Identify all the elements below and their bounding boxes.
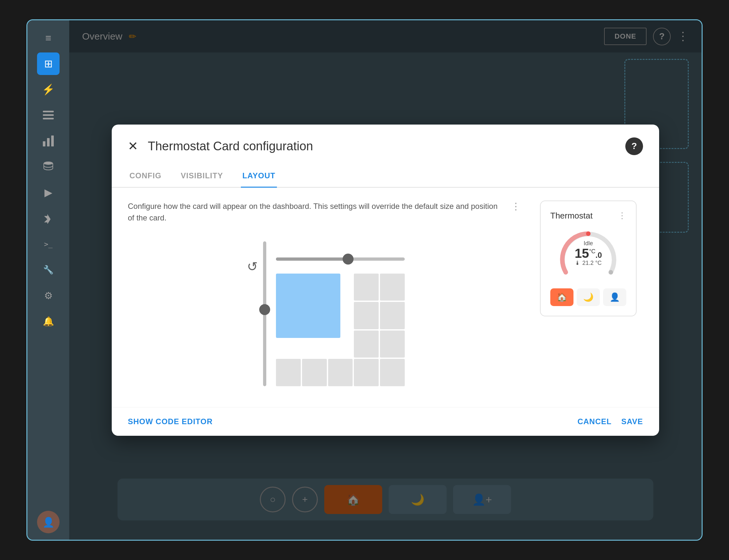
grid-cell	[276, 359, 301, 386]
user-avatar[interactable]: 👤	[37, 511, 60, 533]
config-description: Configure how the card will appear on th…	[128, 201, 505, 224]
grid-cell	[380, 302, 405, 329]
tab-layout[interactable]: LAYOUT	[241, 165, 277, 188]
gauge-center-text: Idle 15°C.0 🌡 21.2 °C	[575, 240, 602, 266]
cancel-button[interactable]: CANCEL	[577, 417, 612, 426]
sidebar-item-chart[interactable]	[37, 130, 60, 152]
svg-rect-0	[43, 111, 54, 112]
svg-point-6	[44, 162, 53, 165]
svg-point-7	[586, 231, 591, 236]
main-area: Overview ✏ DONE ? ⋮ ○ + 🏠 🌙 👤+	[69, 20, 702, 540]
thermostat-sleep-button[interactable]: 🌙	[577, 288, 600, 306]
sidebar-item-terminal[interactable]: >_	[37, 233, 60, 255]
grid-cell	[302, 359, 327, 386]
sidebar-item-notifications[interactable]: 🔔	[37, 310, 60, 332]
svg-point-8	[609, 270, 613, 275]
gauge-current-temp: 🌡 21.2 °C	[575, 259, 602, 266]
gauge-status: Idle	[575, 240, 602, 247]
svg-rect-5	[51, 135, 54, 146]
sidebar-item-list[interactable]	[37, 104, 60, 126]
grid-cell	[354, 302, 379, 329]
sidebar-item-database[interactable]	[37, 155, 60, 178]
thermostat-card-header: Thermostat ⋮	[550, 211, 626, 221]
modal-title: Thermostat Card configuration	[148, 139, 313, 153]
modal-footer: SHOW CODE EDITOR CANCEL SAVE	[112, 407, 659, 436]
sidebar-item-menu[interactable]: ≡	[37, 27, 60, 49]
thermostat-config-modal: ✕ Thermostat Card configuration ? CONFIG…	[112, 125, 659, 436]
svg-rect-3	[43, 141, 45, 146]
show-code-editor-button[interactable]: SHOW CODE EDITOR	[128, 417, 213, 426]
thermostat-card-title: Thermostat	[550, 211, 593, 221]
height-slider-thumb[interactable]	[259, 304, 270, 315]
grid-cell	[380, 359, 405, 386]
gauge-temp: 15°C.0	[575, 246, 602, 260]
grid-cell	[354, 359, 379, 386]
width-slider-thumb[interactable]	[342, 254, 353, 265]
sidebar-item-dashboard[interactable]: ⊞	[37, 52, 60, 75]
close-modal-button[interactable]: ✕	[128, 140, 138, 152]
modal-overlay: ✕ Thermostat Card configuration ? CONFIG…	[69, 20, 702, 540]
thermostat-preview-card: Thermostat ⋮	[540, 201, 637, 316]
thermostat-person-button[interactable]: 👤	[603, 288, 626, 306]
right-panel: Thermostat ⋮	[540, 201, 643, 394]
thermostat-home-button[interactable]: 🏠	[550, 288, 574, 306]
width-slider-fill	[276, 257, 347, 261]
config-desc-row: Configure how the card will appear on th…	[128, 201, 521, 224]
selected-card-overlay	[276, 274, 340, 338]
thermostat-more-icon[interactable]: ⋮	[618, 211, 626, 221]
modal-body: Configure how the card will appear on th…	[112, 188, 659, 407]
thermostat-gauge: Idle 15°C.0 🌡 21.2 °C	[556, 227, 621, 282]
modal-header: ✕ Thermostat Card configuration ?	[112, 125, 659, 165]
svg-rect-4	[47, 138, 50, 146]
reset-layout-icon[interactable]: ↺	[247, 259, 258, 274]
save-button[interactable]: SAVE	[621, 417, 643, 426]
left-panel: Configure how the card will appear on th…	[128, 201, 521, 394]
modal-help-button[interactable]: ?	[625, 137, 643, 155]
config-more-icon[interactable]: ⋮	[511, 201, 521, 212]
app-frame: ≡ ⊞ ⚡ ▶	[26, 19, 703, 541]
tab-config[interactable]: CONFIG	[128, 165, 163, 188]
grid-cell	[328, 359, 353, 386]
tab-visibility[interactable]: VISIBILITY	[179, 165, 224, 188]
sidebar: ≡ ⊞ ⚡ ▶	[27, 20, 69, 540]
grid-cell	[380, 331, 405, 358]
svg-rect-1	[43, 114, 54, 116]
sidebar-item-lightning[interactable]: ⚡	[37, 78, 60, 101]
layout-visual: ↺	[128, 233, 521, 394]
modal-tabs: CONFIG VISIBILITY LAYOUT	[112, 165, 659, 188]
grid-cell	[380, 274, 405, 301]
grid-cell	[354, 274, 379, 301]
grid-cell	[354, 331, 379, 358]
layout-grid: ↺	[244, 241, 405, 386]
sidebar-item-tools[interactable]: 🔧	[37, 258, 60, 281]
svg-rect-2	[43, 118, 54, 119]
sidebar-item-media[interactable]: ▶	[37, 181, 60, 204]
sidebar-item-extension[interactable]	[37, 207, 60, 229]
thermostat-action-buttons: 🏠 🌙 👤	[550, 288, 626, 306]
sidebar-item-settings[interactable]: ⚙	[37, 284, 60, 307]
